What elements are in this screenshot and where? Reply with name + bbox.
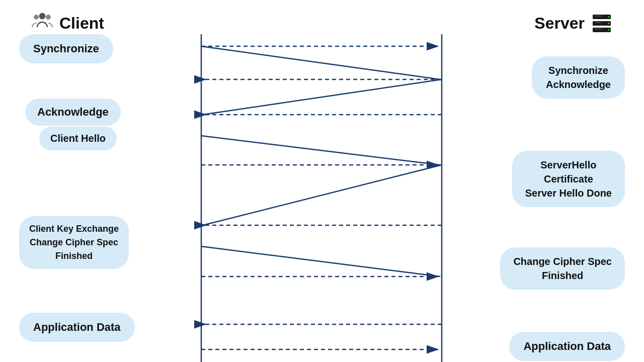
svg-rect-11 [595,29,602,30]
application-data-right-bubble: Application Data [509,332,625,361]
server-header: Server [534,12,614,36]
client-icon [30,9,54,38]
svg-line-19 [203,79,442,115]
server-hello-bubble: ServerHelloCertificateServer Hello Done [512,151,625,207]
server-label: Server [534,14,585,33]
svg-rect-9 [595,16,602,17]
synchronize-bubble: Synchronize [19,34,113,63]
svg-line-21 [201,136,440,165]
svg-point-8 [608,29,610,31]
svg-point-2 [46,15,51,20]
sync-ack-bubble: SynchronizeAcknowledge [532,56,625,99]
svg-line-23 [203,165,442,225]
application-data-left-bubble: Application Data [19,313,135,342]
svg-point-7 [608,23,610,24]
svg-point-1 [34,15,39,20]
svg-point-6 [608,16,610,18]
client-label: Client [59,14,104,33]
svg-line-17 [201,46,440,79]
client-header: Client [30,9,104,38]
client-hello-bubble: Client Hello [39,127,117,150]
client-key-exchange-bubble: Client Key ExchangeChange Cipher SpecFin… [19,216,129,269]
acknowledge-bubble: Acknowledge [25,99,121,126]
svg-point-0 [39,13,45,19]
server-icon [590,12,614,36]
svg-rect-10 [595,22,602,23]
change-cipher-bubble: Change Cipher SpecFinished [500,247,625,290]
diagram-container: Client Server [0,0,644,362]
svg-line-25 [201,246,440,277]
